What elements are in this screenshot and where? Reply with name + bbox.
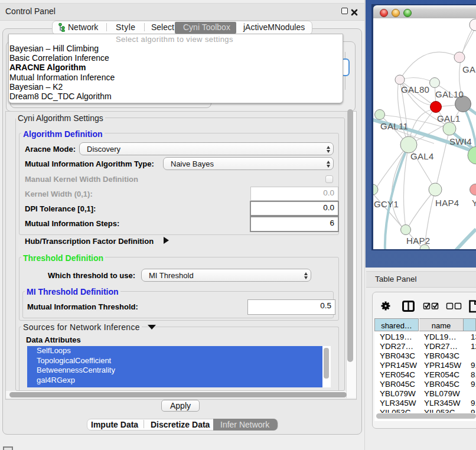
svg-text:YD: YD [472, 198, 476, 208]
svg-text:GAL11: GAL11 [380, 121, 408, 131]
svg-text:GCY1: GCY1 [374, 199, 399, 209]
svg-text:GAL1: GAL1 [437, 113, 461, 123]
svg-text:GAL2: GAL2 [462, 64, 476, 74]
svg-text:SWI4: SWI4 [449, 136, 472, 146]
svg-text:GAL4: GAL4 [410, 151, 434, 161]
svg-text:GAL80: GAL80 [401, 84, 429, 94]
svg-text:HAP2: HAP2 [406, 236, 430, 246]
svg-text:HAP4: HAP4 [435, 198, 459, 208]
svg-text:GAL10: GAL10 [435, 89, 464, 99]
